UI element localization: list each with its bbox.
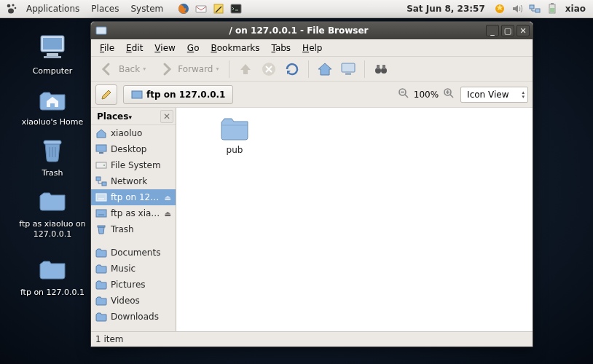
- zoom-out-button[interactable]: [398, 87, 409, 101]
- svg-rect-15: [43, 38, 62, 50]
- svg-rect-36: [96, 194, 106, 201]
- remote-icon: [95, 207, 107, 219]
- computer-button[interactable]: [339, 60, 357, 78]
- menu-places[interactable]: Places: [85, 1, 125, 16]
- stop-icon: [260, 60, 278, 78]
- pencil-icon: [100, 88, 113, 101]
- menu-tabs[interactable]: Tabs: [267, 41, 296, 55]
- menu-edit[interactable]: Edit: [122, 41, 147, 55]
- network-icon: [95, 175, 107, 187]
- svg-point-33: [103, 165, 105, 166]
- sidebar-item[interactable]: Videos: [91, 293, 176, 309]
- terminal-icon[interactable]: [228, 1, 244, 17]
- view-mode-select[interactable]: Icon View ▴▾: [460, 87, 528, 103]
- window-maximize-button[interactable]: ▢: [501, 25, 514, 36]
- location-bar: ftp on 127.0.0.1 100% Icon View ▴▾: [91, 82, 533, 108]
- top-panel: Applications Places System Sat Jun 8, 23…: [0, 0, 593, 18]
- svg-point-0: [7, 4, 11, 8]
- sidebar-item[interactable]: Desktop: [91, 141, 176, 157]
- folder-label: pub: [205, 145, 264, 155]
- sidebar-item[interactable]: Trash: [91, 221, 176, 237]
- svg-point-2: [15, 7, 17, 9]
- svg-rect-19: [96, 27, 106, 34]
- eject-icon[interactable]: ⏏: [165, 210, 171, 218]
- location-toggle-button[interactable]: [95, 84, 117, 105]
- menu-go[interactable]: Go: [183, 41, 204, 55]
- folder-pub[interactable]: pub: [205, 116, 264, 155]
- menu-system[interactable]: System: [125, 1, 169, 16]
- svg-rect-22: [345, 73, 351, 75]
- back-button[interactable]: Back ▾: [95, 59, 149, 79]
- desktop-icon-trash[interactable]: Trash: [16, 133, 89, 178]
- firefox-icon[interactable]: [176, 1, 192, 17]
- eject-icon[interactable]: ⏏: [165, 194, 171, 202]
- menu-applications[interactable]: Applications: [20, 1, 85, 16]
- sidebar-header[interactable]: Places▾ ✕: [91, 108, 176, 125]
- menubar: File Edit View Go Bookmarks Tabs Help: [91, 39, 533, 57]
- notes-icon[interactable]: [211, 1, 227, 17]
- home-button[interactable]: [316, 60, 334, 78]
- svg-rect-21: [342, 63, 355, 72]
- battery-icon[interactable]: [544, 1, 560, 17]
- reload-button[interactable]: [283, 60, 301, 78]
- reload-icon: [283, 60, 301, 78]
- update-icon[interactable]: [492, 1, 508, 17]
- svg-rect-13: [550, 8, 554, 12]
- stop-button[interactable]: [260, 60, 278, 78]
- breadcrumb-button[interactable]: ftp on 127.0.0.1: [123, 85, 233, 104]
- window-title: / on 127.0.0.1 - File Browser: [111, 25, 486, 36]
- svg-rect-7: [231, 4, 241, 13]
- sidebar-item[interactable]: Downloads: [91, 309, 176, 325]
- desktop-icon: [95, 143, 107, 155]
- svg-point-3: [8, 9, 14, 14]
- desktop-icon-ftp-anon[interactable]: ftp on 127.0.0.1: [16, 253, 89, 298]
- sidebar-item[interactable]: File System: [91, 157, 176, 173]
- search-button[interactable]: [372, 60, 390, 78]
- svg-rect-10: [535, 9, 540, 12]
- window-app-icon: [95, 25, 107, 36]
- desktop-icon-computer[interactable]: Computer: [16, 31, 89, 76]
- window-close-button[interactable]: ✕: [517, 25, 530, 36]
- trash-icon: [36, 133, 68, 165]
- network-applet-icon[interactable]: [527, 1, 543, 17]
- user-menu[interactable]: xiao: [561, 4, 590, 14]
- trash-icon: [95, 223, 107, 235]
- svg-rect-30: [96, 145, 106, 151]
- svg-point-1: [12, 4, 14, 6]
- menu-bookmarks[interactable]: Bookmarks: [206, 41, 264, 55]
- menu-view[interactable]: View: [150, 41, 179, 55]
- sidebar-item[interactable]: Documents: [91, 245, 176, 261]
- sidebar-item[interactable]: ftp on 127.... ⏏: [91, 189, 176, 205]
- menu-file[interactable]: File: [95, 41, 119, 55]
- sidebar-close-button[interactable]: ✕: [160, 110, 173, 123]
- gnome-foot-icon: [4, 1, 20, 17]
- content-pane[interactable]: pub: [176, 108, 533, 331]
- folder-icon: [95, 279, 107, 290]
- svg-rect-26: [382, 65, 385, 69]
- svg-rect-35: [102, 182, 106, 186]
- drive-icon: [95, 159, 107, 171]
- zoom-in-button[interactable]: [443, 87, 455, 101]
- window-minimize-button[interactable]: _: [486, 25, 499, 36]
- sidebar-item[interactable]: Pictures: [91, 277, 176, 293]
- sidebar-item[interactable]: Network: [91, 173, 176, 189]
- mail-icon[interactable]: [193, 1, 209, 17]
- titlebar[interactable]: / on 127.0.0.1 - File Browser _ ▢ ✕: [91, 22, 533, 39]
- sidebar-item[interactable]: ftp as xiaolu... ⏏: [91, 205, 176, 221]
- svg-rect-17: [44, 56, 61, 58]
- desktop-icon-ftp-xiaoluo[interactable]: ftp as xiaoluo on 127.0.0.1: [16, 184, 89, 240]
- volume-icon[interactable]: [509, 1, 525, 17]
- file-browser-window: / on 127.0.0.1 - File Browser _ ▢ ✕ File…: [90, 21, 533, 347]
- sidebar-item[interactable]: xiaoluo: [91, 125, 176, 141]
- sidebar-item[interactable]: Music: [91, 261, 176, 277]
- menu-help[interactable]: Help: [298, 41, 326, 55]
- up-button[interactable]: [237, 60, 254, 78]
- desktop-icon-home[interactable]: xiaoluo's Home: [16, 82, 89, 127]
- forward-arrow-icon: [157, 60, 175, 78]
- remote-folder-icon: [36, 184, 68, 216]
- forward-button[interactable]: Forward ▾: [154, 59, 221, 79]
- clock[interactable]: Sat Jun 8, 23:57: [401, 4, 491, 14]
- folder-icon: [220, 116, 249, 141]
- folder-icon: [95, 263, 107, 274]
- sidebar: Places▾ ✕ xiaoluo Desktop File System Ne…: [91, 108, 176, 331]
